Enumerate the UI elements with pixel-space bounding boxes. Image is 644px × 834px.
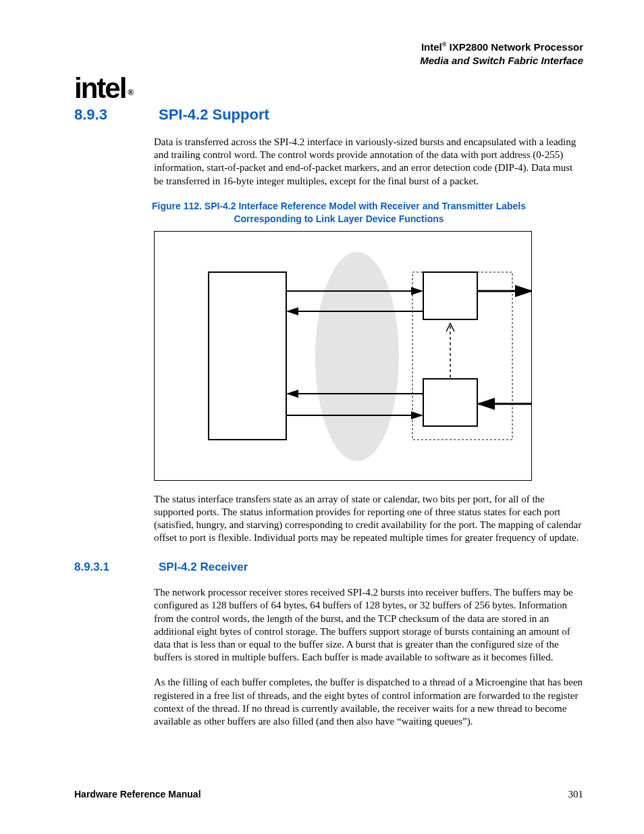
header-product-prefix: Intel bbox=[421, 41, 442, 53]
header-product-suffix: IXP2800 Network Processor bbox=[446, 41, 583, 53]
section-number: 8.9.3 bbox=[74, 106, 132, 124]
figure-caption: Figure 112. SPI-4.2 Interface Reference … bbox=[122, 200, 556, 226]
svg-rect-3 bbox=[423, 272, 477, 319]
footer-manual: Hardware Reference Manual bbox=[74, 789, 201, 800]
intel-logo: intel® bbox=[74, 72, 130, 105]
paragraph-2: The status interface transfers state as … bbox=[154, 493, 583, 545]
figure-diagram bbox=[154, 231, 532, 481]
paragraph-3: The network processor receiver stores re… bbox=[154, 586, 583, 664]
header-subtitle: Media and Switch Fabric Interface bbox=[420, 55, 583, 66]
diagram-svg bbox=[155, 232, 532, 481]
logo-reg: ® bbox=[128, 88, 132, 97]
section-heading: 8.9.3 SPI-4.2 Support bbox=[74, 106, 583, 124]
svg-rect-2 bbox=[209, 272, 286, 440]
svg-point-0 bbox=[315, 252, 399, 461]
logo-text: intel bbox=[74, 72, 126, 104]
paragraph-4: As the filling of each buffer completes,… bbox=[154, 676, 583, 728]
subsection-title: SPI-4.2 Receiver bbox=[159, 561, 248, 574]
logo-row: intel® bbox=[74, 72, 583, 105]
running-header: Intel® IXP2800 Network Processor Media a… bbox=[74, 41, 583, 67]
page-footer: Hardware Reference Manual 301 bbox=[74, 789, 583, 800]
section-title: SPI-4.2 Support bbox=[159, 106, 269, 124]
footer-page-number: 301 bbox=[568, 789, 584, 800]
paragraph-1: Data is transferred across the SPI-4.2 i… bbox=[154, 136, 583, 188]
svg-rect-4 bbox=[423, 379, 477, 426]
subsection-heading: 8.9.3.1 SPI-4.2 Receiver bbox=[74, 561, 583, 574]
subsection-number: 8.9.3.1 bbox=[74, 561, 132, 574]
